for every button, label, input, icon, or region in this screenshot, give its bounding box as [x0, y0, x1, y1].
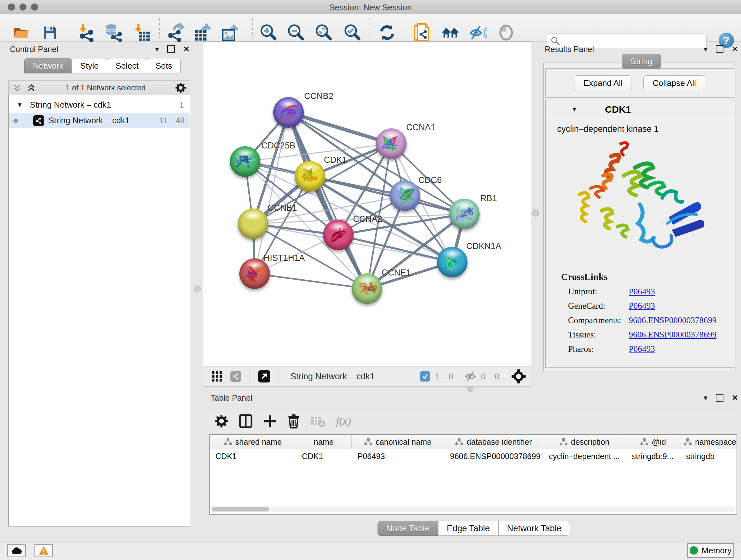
node-label-CDKN1A: CDKN1A — [466, 241, 501, 251]
control-tab-select[interactable]: Select — [107, 58, 147, 73]
zoom-in-button[interactable] — [259, 23, 277, 42]
table-cell[interactable]: P06493 — [352, 449, 444, 463]
refresh-button[interactable] — [378, 23, 396, 42]
column-header-namespace[interactable]: namespace — [680, 435, 737, 449]
clone-network-button[interactable] — [413, 23, 431, 42]
results-panel-minimize-button[interactable] — [716, 45, 724, 53]
crosslink-link[interactable]: 9606.ENSP00000378699 — [629, 315, 717, 325]
left-splitter-handle[interactable] — [194, 286, 201, 293]
hide-glass-effect-button[interactable] — [469, 23, 487, 42]
add-column-icon[interactable] — [263, 415, 277, 428]
tab-edge-table[interactable]: Edge Table — [438, 521, 498, 536]
control-panel-float-button[interactable]: ▾ — [155, 45, 159, 54]
column-header-label: name — [314, 437, 334, 447]
table-panel-close-button[interactable]: ✕ — [732, 393, 738, 402]
zoom-fit-button[interactable] — [314, 23, 332, 42]
gene-collapse-triangle[interactable]: ▼ — [571, 106, 578, 113]
string-view-badge[interactable] — [230, 371, 241, 382]
control-panel-minimize-button[interactable] — [167, 45, 175, 53]
results-tab-string[interactable]: String — [622, 54, 661, 69]
delete-column-trash-icon[interactable] — [287, 414, 300, 428]
table-cell[interactable]: 9606.ENSP00000378699 — [444, 449, 543, 463]
network-node-CDK1[interactable] — [294, 161, 325, 192]
network-node-CCNE1[interactable] — [352, 273, 382, 304]
right-splitter-handle[interactable] — [532, 209, 539, 216]
network-node-CCNA2[interactable] — [323, 220, 354, 250]
table-cell[interactable]: stringdb:9... — [626, 449, 680, 463]
crosslink-link[interactable]: P06493 — [629, 301, 655, 311]
collapse-all-icon[interactable] — [12, 83, 22, 92]
import-table-file-button[interactable] — [133, 23, 151, 42]
network-node-CDC6[interactable] — [390, 180, 420, 211]
network-node-CCNA1[interactable] — [376, 128, 407, 159]
search-input[interactable] — [562, 37, 699, 45]
tab-network-table[interactable]: Network Table — [498, 521, 570, 536]
table-row[interactable]: CDK1CDK1P064939606.ENSP00000378699cyclin… — [210, 449, 737, 463]
import-network-database-button[interactable] — [105, 23, 122, 42]
tab-node-table[interactable]: Node Table — [378, 521, 438, 536]
network-node-CDC25B[interactable] — [230, 146, 260, 177]
external-arrow-icon — [261, 373, 268, 380]
table-panel-float-button[interactable]: ▾ — [704, 393, 708, 402]
table-cell[interactable]: cyclin–dependent ... — [543, 449, 626, 463]
crosslink-label: Compartments: — [568, 315, 629, 325]
memory-button[interactable]: Memory — [687, 543, 734, 558]
zoom-selected-button[interactable] — [343, 23, 361, 42]
pan-crosshair-icon[interactable] — [511, 369, 526, 384]
network-node-CCNB2[interactable] — [273, 97, 304, 128]
column-header-database-identifier[interactable]: database identifier — [444, 435, 543, 449]
warnings-button[interactable] — [35, 544, 53, 557]
zoom-out-button[interactable] — [286, 23, 305, 42]
cloud-status-button[interactable] — [7, 544, 26, 557]
share-icon — [35, 117, 42, 124]
network-collection-row[interactable]: ▼ String Network – cdk1 1 — [9, 97, 190, 113]
crosslink-link[interactable]: P06493 — [629, 344, 655, 354]
column-header-shared-name[interactable]: shared name — [210, 435, 296, 449]
control-panel-close-button[interactable]: ✕ — [183, 45, 190, 54]
table-cell[interactable]: CDK1 — [210, 449, 296, 463]
column-header-name[interactable]: name — [296, 435, 352, 449]
import-network-file-button[interactable] — [77, 23, 95, 42]
expand-all-icon[interactable] — [26, 83, 36, 92]
column-header-description[interactable]: description — [543, 435, 626, 449]
export-image-button[interactable] — [221, 23, 239, 42]
table-panel-minimize-button[interactable] — [716, 394, 724, 401]
birdseye-grid-icon[interactable] — [211, 371, 223, 382]
collapse-all-button[interactable]: Collapse All — [643, 75, 705, 91]
string-home-button[interactable] — [441, 23, 459, 42]
network-row[interactable]: String Network – cdk1 11 48 — [9, 113, 190, 128]
control-tab-style[interactable]: Style — [71, 58, 107, 73]
crosslink-link[interactable]: P06493 — [629, 287, 655, 297]
show-columns-icon[interactable] — [239, 414, 253, 428]
selected-items-checkbox[interactable] — [420, 371, 430, 381]
network-node-RB1[interactable] — [449, 199, 480, 229]
collection-expand-triangle[interactable]: ▼ — [17, 101, 23, 109]
network-list-options-gear-icon[interactable] — [175, 82, 186, 93]
network-node-CCNB1[interactable] — [238, 208, 268, 239]
network-canvas[interactable]: CCNB2CCNA1CDC25BCDK1CDC6RB1CCNB1CCNA2CDK… — [203, 42, 531, 366]
export-table-button[interactable] — [194, 23, 212, 42]
open-in-new-window-button[interactable] — [258, 370, 270, 382]
scrollbar-thumb[interactable] — [212, 507, 269, 511]
column-header-canonical-name[interactable]: canonical name — [352, 435, 444, 449]
table-horizontal-scrollbar[interactable] — [211, 506, 735, 512]
gene-card-header[interactable]: ▼ CDK1 — [546, 100, 734, 119]
expand-all-button[interactable]: Expand All — [574, 75, 632, 91]
protein-scribble-icon — [355, 278, 379, 299]
results-panel-float-button[interactable]: ▾ — [704, 45, 708, 54]
crosslink-label: GeneCard: — [568, 301, 629, 311]
table-options-gear-icon[interactable] — [215, 415, 228, 428]
open-session-button[interactable] — [13, 23, 30, 42]
control-tab-network[interactable]: Network — [24, 58, 72, 73]
table-cell[interactable]: stringdb — [680, 449, 737, 463]
network-view-toolbar: String Network – cdk1 1 – 0 0 – 0 — [203, 366, 531, 387]
results-panel-close-button[interactable]: ✕ — [732, 45, 738, 54]
export-network-button[interactable] — [167, 23, 185, 42]
network-node-CDKN1A[interactable] — [437, 247, 468, 277]
crosslink-link[interactable]: 9606.ENSP00000378699 — [629, 330, 717, 340]
control-tab-sets[interactable]: Sets — [147, 58, 181, 73]
column-header--id[interactable]: @id — [626, 435, 680, 449]
show-glass-effect-button[interactable] — [497, 23, 515, 42]
save-session-button[interactable] — [41, 23, 59, 42]
table-cell[interactable]: CDK1 — [296, 449, 352, 463]
